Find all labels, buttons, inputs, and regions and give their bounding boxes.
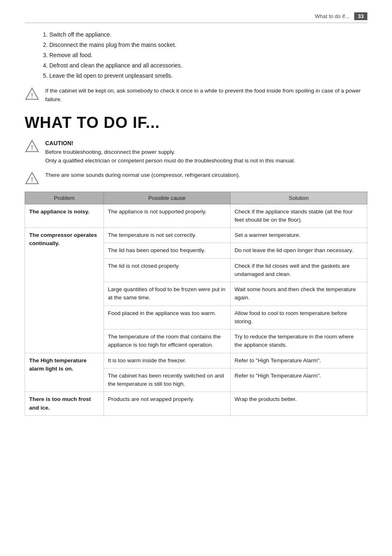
sounds-block: ! There are some sounds during normal us… [25,171,367,186]
solution-cell: Allow food to cool to room temperature b… [230,306,367,329]
troubleshooting-table: Problem Possible cause Solution The appl… [25,192,367,416]
table-body: The appliance is noisy.The appliance is … [25,204,367,415]
caution-icon: ! [25,87,39,102]
page-header: What to do if... 33 [25,12,367,23]
cause-cell: Large quantities of food to be frozen we… [104,282,230,306]
cause-cell: Products are not wrapped properly. [104,392,230,416]
caution-line-1: Before troubleshooting, disconnect the p… [45,149,175,155]
solution-cell: Try to reduce the temperature in the roo… [230,329,367,353]
cause-cell: The appliance is not supported properly. [104,204,230,228]
caution-icon-2: ! [25,139,39,154]
page-number: 33 [354,12,367,20]
svg-text:!: ! [31,144,33,151]
solution-cell: Do not leave the lid open longer than ne… [230,243,367,258]
solution-cell: Refer to "High Temperature Alarm". [230,368,367,392]
list-item-5: Leave the lid open to prevent unpleasant… [49,72,367,80]
list-item-3: Remove all food. [49,51,367,60]
list-item-2: Disconnect the mains plug from the mains… [49,41,367,49]
caution-line-2: Only a qualified electrician or competen… [45,158,295,164]
problem-cell: The compressor operates continually. [25,228,104,353]
col-solution: Solution [230,192,367,204]
problem-cell: The High temperature alarm light is on. [25,353,104,392]
header-title: What to do if... [315,13,349,19]
section-title: WHAT TO DO IF... [25,114,367,132]
svg-text:!: ! [31,92,33,99]
solution-cell: Wait some hours and then check the tempe… [230,282,367,306]
table-row: The High temperature alarm light is on.I… [25,353,367,368]
intro-list: Switch off the appliance.Disconnect the … [49,30,367,80]
svg-text:!: ! [31,176,33,183]
cause-cell: The cabinet has been recently switched o… [104,368,230,392]
caution-icon-3: ! [25,171,39,186]
problem-cell: The appliance is noisy. [25,204,104,228]
table-row: There is too much frost and ice.Products… [25,392,367,416]
table-row: The appliance is noisy.The appliance is … [25,204,367,228]
solution-cell: Wrap the products better. [230,392,367,416]
cause-cell: The lid has been opened too frequently. [104,243,230,258]
table-header-row: Problem Possible cause Solution [25,192,367,204]
cabinet-note-block: ! If the cabinet will be kept on, ask so… [25,87,367,104]
solution-cell: Check if the appliance stands stable (al… [230,204,367,228]
col-problem: Problem [25,192,104,204]
cause-cell: The lid is not closed properly. [104,258,230,282]
caution-heading: CAUTION! [45,140,73,146]
page: What to do if... 33 Switch off the appli… [0,0,392,556]
cause-cell: Food placed in the appliance was too war… [104,306,230,329]
cause-cell: The temperature of the room that contain… [104,329,230,353]
list-item-4: Defrost and clean the appliance and all … [49,61,367,70]
cabinet-note-text: If the cabinet will be kept on, ask some… [45,87,367,104]
table-row: The compressor operates continually.The … [25,228,367,243]
problem-cell: There is too much frost and ice. [25,392,104,416]
caution-text: CAUTION! Before troubleshooting, disconn… [45,139,367,165]
solution-cell: Check if the lid closes well and the gas… [230,258,367,282]
cause-cell: It is too warm inside the freezer. [104,353,230,368]
col-cause: Possible cause [104,192,230,204]
sounds-note: There are some sounds during normal use … [45,171,367,180]
list-item-1: Switch off the appliance. [49,30,367,39]
cause-cell: The temperature is not set correctly. [104,228,230,243]
solution-cell: Refer to "High Temperature Alarm". [230,353,367,368]
solution-cell: Set a warmer temperature. [230,228,367,243]
caution-block: ! CAUTION! Before troubleshooting, disco… [25,139,367,165]
